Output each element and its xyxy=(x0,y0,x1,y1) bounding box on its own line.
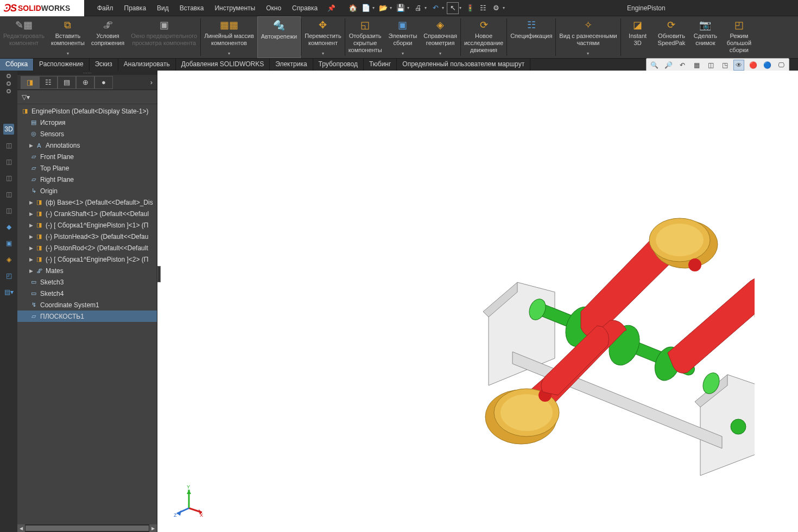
tree-csys[interactable]: ↯ Coordinate System1 xyxy=(17,299,157,311)
select-icon[interactable]: ↖ xyxy=(447,2,459,14)
display-pane-icon[interactable]: ◫ xyxy=(3,156,14,167)
tab-assembly[interactable]: Сборка xyxy=(0,59,34,71)
expand-icon[interactable]: ▶ xyxy=(29,211,35,217)
tab-piping[interactable]: Трубопровод xyxy=(313,59,364,71)
ribbon-insert-components[interactable]: ⧉ Вставить компоненты ▾ xyxy=(48,16,88,58)
hide-show-icon[interactable]: 👁 xyxy=(733,60,744,71)
ribbon-exploded-view[interactable]: ✧ Вид с разнесенными частями ▾ xyxy=(556,16,620,58)
ribbon-show-hidden[interactable]: ◱ Отобразить скрытые компоненты xyxy=(345,16,385,58)
tab-sketch[interactable]: Эскиз xyxy=(90,59,118,71)
orientation-triad[interactable]: X Y Z xyxy=(173,485,205,518)
tree-origin[interactable]: ↳ Origin xyxy=(17,185,157,197)
display-pane-icon[interactable]: ◫ xyxy=(3,140,14,151)
scroll-left-icon[interactable]: ◀ xyxy=(17,524,25,532)
display-pane-icon[interactable]: ◫ xyxy=(3,205,14,216)
tree-history[interactable]: ▤ История xyxy=(17,117,157,128)
task-pane-icon[interactable]: ◈ xyxy=(3,254,14,265)
ribbon-bom[interactable]: ☷ Спецификация xyxy=(507,16,555,58)
open-icon[interactable]: 📂 xyxy=(377,2,389,14)
menu-tools[interactable]: Инструменты xyxy=(209,0,261,16)
menu-edit[interactable]: Правка xyxy=(119,0,152,16)
ribbon-linear-pattern[interactable]: ▦▦ Линейный массив компонентов ▾ xyxy=(201,16,257,58)
display-pane-icon[interactable]: ◫ xyxy=(3,189,14,200)
tab-analyze[interactable]: Анализировать xyxy=(118,59,176,71)
tree-pistonhead[interactable]: ▶ ◨ (-) PistonHead<3> (Default<<Defau xyxy=(17,231,157,242)
tab-sw-addins[interactable]: Добавления SOLIDWORKS xyxy=(176,59,270,71)
expand-icon[interactable]: ▶ xyxy=(29,200,35,205)
panel-expand-icon[interactable]: › xyxy=(146,76,157,89)
expand-icon[interactable]: ▶ xyxy=(29,257,35,262)
task-pane-icon[interactable]: ▣ xyxy=(3,238,14,249)
tab-tubing[interactable]: Тюбинг xyxy=(364,59,397,71)
undo-icon[interactable]: ↶ xyxy=(429,2,441,14)
zoom-area-icon[interactable]: 🔎 xyxy=(663,60,674,71)
tree-mates[interactable]: ▶ 🖇 Mates xyxy=(17,265,157,276)
scene-icon[interactable]: 🔵 xyxy=(762,60,772,71)
tree-base[interactable]: ▶ ◨ (ф) Base<1> (Default<<Default>_Dis xyxy=(17,197,157,208)
tab-electrical[interactable]: Электрика xyxy=(270,59,313,71)
expand-icon[interactable]: ▶ xyxy=(29,234,35,239)
tree-pistonrod[interactable]: ▶ ◨ (-) PistonRod<2> (Default<<Default xyxy=(17,242,157,254)
tree-sketch3[interactable]: ▭ Sketch3 xyxy=(17,276,157,288)
menu-view[interactable]: Вид xyxy=(151,0,174,16)
menu-file[interactable]: Файл xyxy=(92,0,119,16)
tab-user-route[interactable]: Определенный пользователем маршрут xyxy=(397,59,530,71)
filter-icon[interactable]: ▽▾ xyxy=(22,93,30,101)
tree-subassembly1[interactable]: ▶ ◨ (-) [ Сборка1^EnginePiston ]<1> (П xyxy=(17,219,157,231)
tree-front-plane[interactable]: ▱ Front Plane xyxy=(17,151,157,162)
expand-icon[interactable]: ▶ xyxy=(29,245,35,251)
tree-root[interactable]: ◨ EnginePiston (Default<Display State-1>… xyxy=(17,105,157,117)
ribbon-instant3d[interactable]: ◪ Instant 3D xyxy=(621,16,655,58)
print-icon[interactable]: 🖨 xyxy=(412,2,424,14)
tree-crankshaft[interactable]: ▶ ◨ (-) CrankShaft<1> (Default<<Defaul xyxy=(17,208,157,219)
property-manager-tab-icon[interactable]: ☷ xyxy=(39,76,58,89)
tree-top-plane[interactable]: ▱ Top Plane xyxy=(17,162,157,174)
display-pane-icon[interactable]: ◫ xyxy=(3,173,14,183)
appearance-icon[interactable]: 🔴 xyxy=(748,60,758,71)
tree-annotations[interactable]: ▶ A Annotations xyxy=(17,140,157,151)
ribbon-ref-geometry[interactable]: ◈ Справочная геометрия ▾ xyxy=(420,16,460,58)
feature-manager-tab-icon[interactable]: ◨ xyxy=(21,76,39,89)
traffic-light-icon[interactable]: 🚦 xyxy=(464,2,476,14)
menu-insert[interactable]: Вставка xyxy=(174,0,210,16)
circle-icon[interactable] xyxy=(7,74,11,78)
panel-drag-handle[interactable] xyxy=(157,266,161,282)
tree-right-plane[interactable]: ▱ Right Plane xyxy=(17,174,157,185)
prev-view-icon[interactable]: ↶ xyxy=(677,60,688,71)
home-icon[interactable]: 🏠 xyxy=(347,2,359,14)
tree-plane1[interactable]: ▱ ПЛОСКОСТЬ1 xyxy=(17,311,157,322)
ribbon-take-snapshot[interactable]: 📷 Сделать снимок xyxy=(688,16,722,58)
expand-icon[interactable]: ▶ xyxy=(29,223,35,228)
tree-sensors[interactable]: ◎ Sensors xyxy=(17,128,157,140)
tab-layout[interactable]: Расположение xyxy=(34,59,90,71)
zoom-fit-icon[interactable]: 🔍 xyxy=(649,60,660,71)
options-list-icon[interactable]: ☷ xyxy=(477,2,489,14)
graphics-viewport[interactable]: X Y Z xyxy=(157,71,798,532)
panel-scrollbar[interactable]: ◀ ▶ xyxy=(17,524,157,532)
tree-sketch4[interactable]: ▭ Sketch4 xyxy=(17,288,157,299)
circle-icon[interactable] xyxy=(7,89,11,93)
ribbon-assembly-features[interactable]: ▣ Элементы сборки ▾ xyxy=(385,16,421,58)
ribbon-edit-component[interactable]: ✎▦ Редактировать компонент xyxy=(0,16,48,58)
ribbon-move-component[interactable]: ✥ Переместить компонент ▾ xyxy=(301,16,344,58)
settings-icon[interactable]: ⚙ xyxy=(490,2,502,14)
ribbon-large-assembly[interactable]: ◰ Режим большой сборки xyxy=(722,16,756,58)
circle-icon[interactable] xyxy=(7,81,11,86)
tree-subassembly2[interactable]: ▶ ◨ (-) [ Сборка1^EnginePiston ]<2> (П xyxy=(17,254,157,265)
ribbon-new-motion-study[interactable]: ⟳ Новое исследование движения xyxy=(461,16,506,58)
dimxpert-tab-icon[interactable]: ⊕ xyxy=(76,76,94,89)
scroll-right-icon[interactable]: ▶ xyxy=(149,524,157,532)
new-doc-icon[interactable]: 📄 xyxy=(360,2,372,14)
config-manager-tab-icon[interactable]: ▤ xyxy=(58,76,76,89)
display-pane-3d-icon[interactable]: 3D xyxy=(3,124,14,135)
display-manager-tab-icon[interactable]: ● xyxy=(94,76,113,89)
section-view-icon[interactable]: ▦ xyxy=(691,60,702,71)
expand-icon[interactable]: ▶ xyxy=(29,143,35,148)
view-settings-icon[interactable]: 🖵 xyxy=(776,60,787,71)
expand-icon[interactable]: ▶ xyxy=(29,268,35,274)
menu-help[interactable]: Справка xyxy=(287,0,323,16)
save-icon[interactable]: 💾 xyxy=(395,2,407,14)
pin-icon[interactable]: 📌 xyxy=(323,4,340,12)
task-pane-icon[interactable]: ◆ xyxy=(3,221,14,232)
ribbon-update-speedpak[interactable]: ⟳ Обновить SpeedPak xyxy=(655,16,689,58)
